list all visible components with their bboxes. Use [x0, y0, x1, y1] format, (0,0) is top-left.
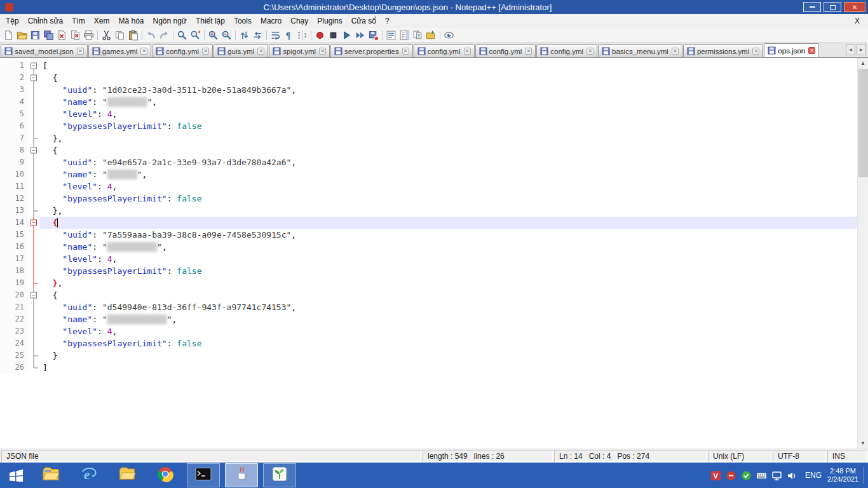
menu-item-tools[interactable]: Tools	[229, 15, 256, 27]
tab-close-icon[interactable]: ✕	[752, 48, 759, 55]
red-circle-app-icon[interactable]	[725, 470, 736, 481]
code-line[interactable]: },	[39, 205, 857, 217]
tab-close-icon[interactable]: ✕	[77, 48, 84, 55]
tab-config.yml[interactable]: config.yml✕	[414, 44, 475, 57]
menu-item-search[interactable]: Tìm	[67, 15, 90, 27]
function-list-icon[interactable]	[385, 29, 397, 41]
code-line[interactable]: }	[39, 349, 857, 362]
editor[interactable]: 1[2 {3 "uuid": "1d02ce23-3a0d-3511-b20e-…	[0, 58, 868, 449]
code-line[interactable]: "name": "████████",	[39, 96, 857, 108]
menu-item-macro[interactable]: Macro	[256, 15, 286, 27]
tab-permissions.yml[interactable]: permissions.yml✕	[683, 44, 763, 57]
menu-item-file[interactable]: Tệp	[1, 15, 24, 27]
zoom-in-icon[interactable]	[207, 29, 219, 41]
fold-collapse-icon[interactable]	[28, 289, 39, 301]
document-map-icon[interactable]	[398, 29, 410, 41]
code-line[interactable]: "uuid": "e94e657a-2a1c-33e9-93a7-d3de780…	[39, 156, 857, 168]
indent-guide-icon[interactable]	[296, 29, 308, 41]
undo-icon[interactable]	[145, 29, 157, 41]
folder-taskbar-button[interactable]	[111, 463, 144, 487]
menu-item-language[interactable]: Ngôn ngữ	[148, 15, 191, 27]
code-line[interactable]: "level": 4,	[39, 325, 857, 337]
tab-close-icon[interactable]: ✕	[402, 48, 409, 55]
plant-app-taskbar-button[interactable]	[263, 463, 296, 487]
code-line[interactable]: {	[39, 144, 857, 156]
cut-icon[interactable]	[100, 29, 112, 41]
redo-icon[interactable]	[158, 29, 170, 41]
tab-close-icon[interactable]: ✕	[587, 48, 593, 55]
close-button[interactable]: ✕	[844, 2, 865, 12]
start-button[interactable]	[0, 463, 32, 488]
macro-play-multiple-icon[interactable]	[354, 29, 366, 41]
tab-close-icon[interactable]: ✕	[672, 48, 679, 55]
code-line[interactable]: "bypassesPlayerLimit": false	[39, 193, 857, 205]
code-line[interactable]: "name": "████████████",	[39, 313, 857, 325]
save-all-icon[interactable]	[43, 29, 55, 41]
fold-collapse-icon[interactable]	[28, 60, 39, 72]
scroll-up-icon[interactable]: ▲	[858, 58, 868, 69]
tab-scroll-left-icon[interactable]: ◄	[846, 44, 855, 55]
code-line[interactable]: {	[39, 289, 857, 301]
code-line[interactable]: "uuid": "d549940e-813d-36ff-943f-a97741c…	[39, 301, 857, 313]
paste-icon[interactable]	[127, 29, 139, 41]
v-app-icon[interactable]: V	[710, 470, 721, 481]
macro-record-icon[interactable]	[314, 29, 326, 41]
code-line[interactable]: "bypassesPlayerLimit": false	[39, 265, 857, 277]
code-line[interactable]: {	[39, 217, 857, 229]
maximize-button[interactable]	[824, 2, 841, 12]
print-icon[interactable]	[83, 29, 95, 41]
macro-stop-icon[interactable]	[327, 29, 339, 41]
fold-collapse-icon[interactable]	[28, 144, 39, 156]
tab-spigot.yml[interactable]: spigot.yml✕	[269, 44, 330, 57]
tab-close-icon[interactable]: ✕	[140, 48, 147, 55]
fold-collapse-icon[interactable]	[28, 217, 39, 229]
tab-games.yml[interactable]: games.yml✕	[88, 44, 152, 57]
tab-ops.json[interactable]: ops.json✕	[764, 43, 819, 58]
show-desktop-button[interactable]	[864, 467, 868, 484]
fold-collapse-icon[interactable]	[28, 72, 39, 84]
word-wrap-icon[interactable]	[269, 29, 281, 41]
close-all-icon[interactable]	[69, 29, 81, 41]
network-icon[interactable]	[771, 470, 782, 481]
tab-close-icon[interactable]: ✕	[319, 48, 326, 55]
tab-guis.yml[interactable]: guis.yml✕	[214, 44, 268, 57]
new-file-icon[interactable]	[3, 29, 15, 41]
app-icon[interactable]	[5, 3, 13, 11]
menubar-close-icon[interactable]: X	[846, 17, 868, 25]
code-line[interactable]: "uuid": "7a559aaa-ba39-38c8-a09e-7458e53…	[39, 229, 857, 241]
scrollbar-thumb[interactable]	[858, 69, 868, 177]
document-list-icon[interactable]	[412, 29, 424, 41]
code-line[interactable]: "uuid": "1d02ce23-3a0d-3511-b20e-51a849b…	[39, 84, 857, 96]
code-line[interactable]: [	[39, 60, 857, 72]
sync-horizontal-icon[interactable]	[252, 29, 264, 41]
clock[interactable]: 2:48 PM 2/24/2021	[827, 467, 858, 484]
code-line[interactable]: "level": 4,	[39, 108, 857, 120]
code-line[interactable]: },	[39, 132, 857, 144]
file-explorer-taskbar-button[interactable]	[34, 463, 67, 487]
touch-keyboard-icon[interactable]	[756, 470, 767, 481]
menu-item-window[interactable]: Cửa sổ	[347, 15, 381, 27]
tab-close-icon[interactable]: ✕	[464, 48, 471, 55]
code-line[interactable]: "level": 4,	[39, 180, 857, 193]
code-line[interactable]: "level": 4,	[39, 253, 857, 265]
macro-save-icon[interactable]	[367, 29, 379, 41]
minimize-button[interactable]	[803, 2, 821, 12]
scroll-down-icon[interactable]: ▼	[858, 438, 868, 449]
menu-item-run[interactable]: Chạy	[286, 15, 313, 27]
chrome-taskbar-button[interactable]	[149, 463, 182, 487]
copy-icon[interactable]	[114, 29, 126, 41]
find-icon[interactable]	[176, 29, 188, 41]
internet-explorer-taskbar-button[interactable]: e	[72, 463, 105, 487]
monitoring-eye-icon[interactable]	[443, 29, 455, 41]
tab-server.properties[interactable]: server.properties✕	[330, 44, 413, 57]
zoom-out-icon[interactable]	[220, 29, 233, 41]
code-line[interactable]: },	[39, 277, 857, 289]
code-line[interactable]: ]	[39, 362, 857, 374]
vertical-scrollbar[interactable]: ▲ ▼	[857, 58, 868, 449]
tab-config.yml[interactable]: config.yml✕	[536, 44, 597, 57]
tab-saved_model.json[interactable]: saved_model.json✕	[1, 44, 88, 57]
sync-vertical-icon[interactable]	[238, 29, 250, 41]
tab-scroll-right-icon[interactable]: ►	[857, 44, 866, 55]
tab-close-icon[interactable]: ✕	[202, 48, 209, 55]
language-indicator[interactable]: ENG	[805, 471, 822, 480]
